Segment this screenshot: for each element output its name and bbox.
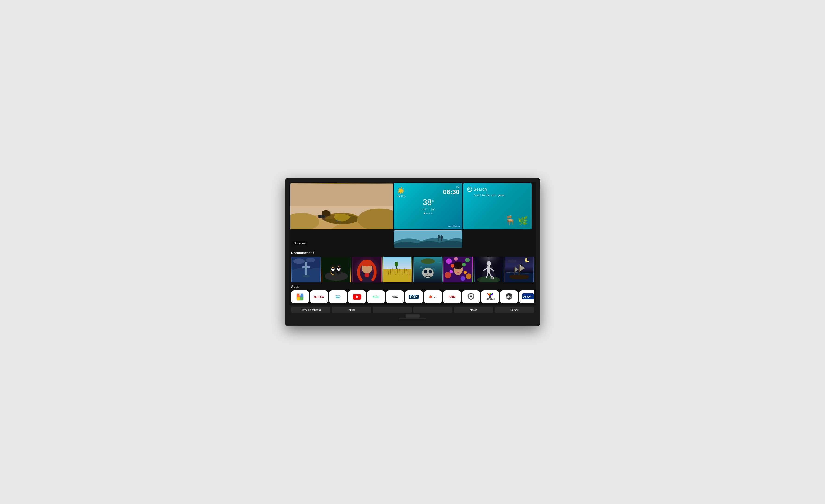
svg-point-35 [332, 267, 333, 268]
svg-rect-1 [290, 184, 393, 206]
cnn-logo: CNN [448, 295, 455, 299]
hero-right: Search Search by title, actor, genre. 🪑 … [463, 183, 532, 248]
weather-widget[interactable]: ☀️ Fair Day PM 06:30 38c ↓ 24° ↑ 53° [394, 183, 462, 229]
app-hbo[interactable]: HBO [386, 290, 404, 303]
svg-text:NBC NEWS: NBC NEWS [486, 298, 495, 300]
svg-text:abc: abc [506, 295, 512, 298]
svg-point-45 [361, 260, 373, 267]
nav-mobile[interactable]: Mobile [454, 306, 493, 313]
app-nbcnews[interactable]: NBC NEWS [481, 290, 499, 303]
svg-point-84 [453, 262, 463, 269]
search-hint: Search by title, actor, genre. [467, 194, 528, 197]
hbo-logo: HBO [391, 295, 398, 298]
cbs-logo [467, 293, 475, 301]
recommended-item-6[interactable] [443, 257, 473, 282]
prime-text: primevideo [336, 295, 340, 299]
abc-logo: abc [505, 293, 513, 301]
tv-screen: Sponsored ☀️ Fair Day PM 06:30 [289, 182, 536, 314]
recommended-item-4[interactable] [382, 257, 412, 282]
recommended-item-1[interactable] [291, 257, 321, 282]
app-fox[interactable]: FOX [405, 290, 423, 303]
svg-point-87 [451, 264, 454, 268]
recommended-item-7[interactable] [474, 257, 504, 282]
nav-inputs[interactable]: Inputs [332, 306, 371, 313]
apps-row: NETFLIX primevideo [291, 290, 534, 303]
recommended-item-5[interactable] [413, 257, 443, 282]
svg-point-8 [318, 215, 321, 218]
plant-icon: 🌿 [518, 216, 528, 226]
svg-rect-47 [367, 272, 367, 274]
app-appletv[interactable]: 🍎TV+ [424, 290, 442, 303]
weather-sun-icon: ☀️ [397, 187, 405, 195]
app-youtube[interactable] [348, 290, 366, 303]
svg-rect-50 [383, 269, 411, 282]
svg-rect-107 [519, 265, 520, 275]
app-abc[interactable]: abc [500, 290, 518, 303]
recommended-item-3[interactable] [352, 257, 382, 282]
svg-point-18 [438, 235, 440, 239]
svg-point-69 [428, 270, 432, 274]
hulu-logo: hulu [373, 295, 379, 299]
svg-point-20 [440, 235, 443, 239]
svg-point-25 [306, 258, 315, 262]
svg-point-66 [421, 259, 435, 264]
svg-point-24 [293, 259, 305, 264]
sponsored-badge: Sponsored [293, 241, 307, 245]
weather-time-period: PM [443, 186, 460, 189]
search-widget[interactable]: Search Search by title, actor, genre. 🪑 … [463, 183, 532, 229]
svg-point-81 [454, 257, 458, 261]
dot-2 [426, 213, 428, 214]
app-ch[interactable] [291, 290, 309, 303]
weather-carousel-dots [397, 213, 460, 214]
nav-home-dashboard[interactable]: Home Dashboard [291, 306, 330, 313]
svg-point-30 [325, 272, 348, 281]
svg-point-67 [422, 268, 434, 278]
app-prime-video[interactable]: primevideo [329, 290, 347, 303]
hero-main-image [290, 183, 393, 229]
recommended-item-2[interactable] [321, 257, 351, 282]
svg-point-119 [299, 294, 301, 296]
recommended-title: Recommended [291, 251, 534, 255]
tv-frame: Sponsored ☀️ Fair Day PM 06:30 [285, 178, 540, 326]
app-cnn[interactable]: CNN [443, 290, 461, 303]
app-netflix[interactable]: NETFLIX [310, 290, 328, 303]
svg-text:🍎TV+: 🍎TV+ [429, 295, 437, 298]
weather-condition: Fair Day [397, 195, 405, 198]
svg-rect-27 [302, 266, 309, 268]
svg-point-79 [445, 272, 451, 278]
nav-storage[interactable]: Storage [495, 306, 534, 313]
nav-blank1[interactable] [373, 306, 412, 313]
svg-point-89 [450, 270, 453, 273]
fox-logo: FOX [409, 295, 419, 299]
appletv-logo: 🍎TV+ [428, 294, 438, 299]
landscape-widget[interactable] [394, 230, 462, 248]
svg-point-104 [527, 258, 530, 262]
app-disney[interactable]: Disney+ [519, 290, 534, 303]
app-cbs[interactable] [462, 290, 480, 303]
svg-point-68 [424, 270, 427, 274]
hero-sponsored[interactable]: Sponsored [290, 183, 393, 248]
svg-text:Disney+: Disney+ [523, 295, 532, 298]
tv-stand [406, 314, 420, 318]
recommended-section: Recommended [289, 248, 536, 283]
nbcnews-logo: NBC NEWS [485, 293, 495, 301]
youtube-logo [353, 294, 361, 300]
svg-point-63 [394, 262, 398, 266]
svg-point-86 [459, 267, 461, 269]
svg-point-105 [508, 259, 517, 263]
svg-point-21 [468, 189, 470, 190]
svg-point-82 [461, 276, 465, 281]
weather-temperature: 38c [397, 198, 460, 207]
app-hulu[interactable]: hulu [367, 290, 385, 303]
ch-icon [296, 293, 304, 300]
svg-point-129 [470, 296, 471, 297]
tv-stand-base [399, 318, 427, 319]
svg-rect-118 [300, 297, 303, 300]
prime-logo: primevideo [336, 295, 340, 299]
weather-range: ↓ 24° ↑ 53° [397, 208, 460, 211]
svg-point-85 [455, 267, 457, 269]
search-bar[interactable]: Search [467, 187, 528, 192]
svg-point-88 [462, 263, 466, 267]
nav-blank2[interactable] [413, 306, 453, 313]
recommended-item-8[interactable] [504, 257, 534, 282]
